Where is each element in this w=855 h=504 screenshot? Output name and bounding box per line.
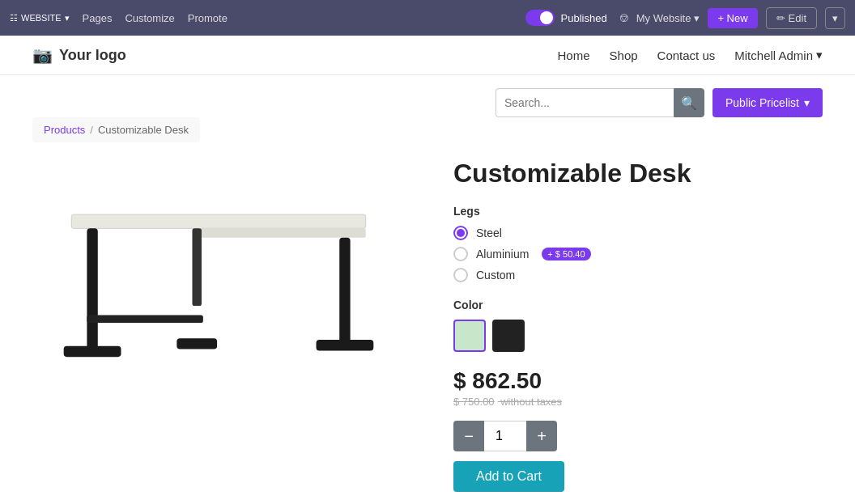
svg-rect-2: [87, 228, 97, 352]
edit-label: Edit: [789, 12, 806, 24]
radio-aluminium-label: Aluminium: [476, 248, 529, 260]
product-layout: Customizable Desk Legs Steel Aluminium +…: [32, 159, 823, 492]
camera-icon: 📷: [32, 45, 53, 65]
color-swatches: [453, 320, 823, 352]
radio-steel-label: Steel: [476, 227, 502, 239]
breadcrumb-parent[interactable]: Products: [44, 124, 85, 136]
svg-rect-6: [87, 315, 202, 323]
top-nav: Pages Customize Promote: [83, 12, 228, 24]
svg-rect-7: [192, 228, 201, 306]
color-option-group: Color: [453, 299, 823, 352]
my-website-button[interactable]: My Website ▾: [636, 12, 700, 24]
logo[interactable]: 📷 Your logo: [32, 45, 126, 65]
my-website-caret: ▾: [694, 12, 700, 24]
radio-aluminium[interactable]: Aluminium + $ 50.40: [453, 247, 823, 261]
publish-toggle[interactable]: [525, 10, 555, 26]
new-button[interactable]: + New: [708, 8, 757, 28]
price-excl-value: $ 750.00: [453, 396, 495, 408]
customize-link[interactable]: Customize: [125, 12, 174, 24]
edit-button[interactable]: ✏ Edit: [766, 7, 817, 29]
website-caret: ▾: [65, 13, 70, 23]
website-label: WEBSITE: [21, 13, 62, 23]
site-header: 📷 Your logo Home Shop Contact us Mitchel…: [0, 36, 855, 75]
price-excl-tax: $ 750.00 without taxes: [453, 396, 823, 408]
pricelist-button[interactable]: Public Pricelist ▾: [712, 88, 823, 117]
product-details: Customizable Desk Legs Steel Aluminium +…: [453, 159, 823, 492]
quantity-row: − +: [453, 421, 823, 451]
promote-link[interactable]: Promote: [188, 12, 228, 24]
product-image-area: [32, 159, 421, 492]
more-caret: ▾: [832, 12, 838, 24]
search-row: 🔍 Public Pricelist ▾: [32, 75, 823, 117]
admin-menu[interactable]: Mitchell Admin ▾: [734, 48, 823, 62]
pencil-icon: ✏: [776, 12, 785, 24]
breadcrumb-separator: /: [90, 124, 93, 136]
search-wrapper: 🔍: [496, 88, 704, 117]
logo-text: Your logo: [59, 47, 126, 64]
search-button[interactable]: 🔍: [674, 88, 704, 117]
pricelist-label: Public Pricelist: [725, 96, 799, 109]
legs-option-group: Legs Steel Aluminium + $ 50.40 Custom: [453, 205, 823, 282]
breadcrumb-current: Customizable Desk: [98, 124, 189, 136]
radio-steel-circle[interactable]: [453, 226, 468, 240]
color-label: Color: [453, 299, 823, 311]
nav-contact[interactable]: Contact us: [657, 49, 716, 62]
color-black[interactable]: [492, 320, 525, 352]
publish-toggle-group: Published: [525, 10, 607, 26]
admin-caret: ▾: [816, 48, 823, 62]
more-button[interactable]: ▾: [825, 7, 845, 29]
radio-aluminium-circle[interactable]: [453, 247, 468, 261]
radio-custom[interactable]: Custom: [453, 268, 823, 282]
new-label: + New: [717, 12, 747, 24]
price-excl-suffix: without taxes: [498, 396, 563, 408]
search-input[interactable]: [496, 88, 674, 117]
published-label: Published: [561, 12, 607, 24]
my-website-label: My Website: [636, 12, 691, 24]
product-image: [32, 159, 405, 417]
svg-rect-8: [177, 338, 217, 349]
website-menu[interactable]: ☷ WEBSITE ▾: [10, 13, 70, 23]
color-green[interactable]: [453, 320, 486, 352]
desk-illustration: [40, 167, 397, 409]
pricelist-caret: ▾: [804, 96, 810, 109]
breadcrumb: Products / Customizable Desk: [32, 117, 200, 142]
grid-icon: ☷: [10, 13, 18, 23]
pages-link[interactable]: Pages: [83, 12, 113, 24]
top-bar: ☷ WEBSITE ▾ Pages Customize Promote Publ…: [0, 0, 855, 36]
mobile-icon[interactable]: ⎊: [620, 11, 628, 25]
svg-rect-0: [71, 214, 365, 228]
svg-rect-4: [339, 238, 350, 346]
radio-custom-label: Custom: [476, 269, 515, 282]
nav-home[interactable]: Home: [558, 49, 590, 62]
admin-label: Mitchell Admin: [734, 49, 813, 62]
price-section: $ 862.50 $ 750.00 without taxes: [453, 368, 823, 408]
aluminium-price-badge: + $ 50.40: [542, 248, 590, 260]
svg-rect-5: [317, 340, 374, 350]
content-area: 🔍 Public Pricelist ▾ Products / Customiz…: [0, 75, 855, 492]
radio-steel[interactable]: Steel: [453, 226, 823, 240]
quantity-decrease[interactable]: −: [453, 421, 484, 451]
nav-shop[interactable]: Shop: [610, 49, 638, 62]
site-nav: Home Shop Contact us Mitchell Admin ▾: [558, 48, 823, 62]
quantity-input[interactable]: [484, 421, 526, 451]
svg-rect-3: [64, 346, 121, 357]
legs-label: Legs: [453, 205, 823, 218]
svg-rect-1: [195, 228, 365, 237]
main-price: $ 862.50: [453, 368, 823, 394]
radio-custom-circle[interactable]: [453, 268, 468, 282]
add-to-cart-button[interactable]: Add to Cart: [453, 461, 564, 492]
top-bar-right: ⎊ My Website ▾ + New ✏ Edit ▾: [620, 7, 845, 29]
search-icon: 🔍: [681, 96, 697, 110]
product-title: Customizable Desk: [453, 159, 823, 188]
quantity-increase[interactable]: +: [526, 421, 557, 451]
